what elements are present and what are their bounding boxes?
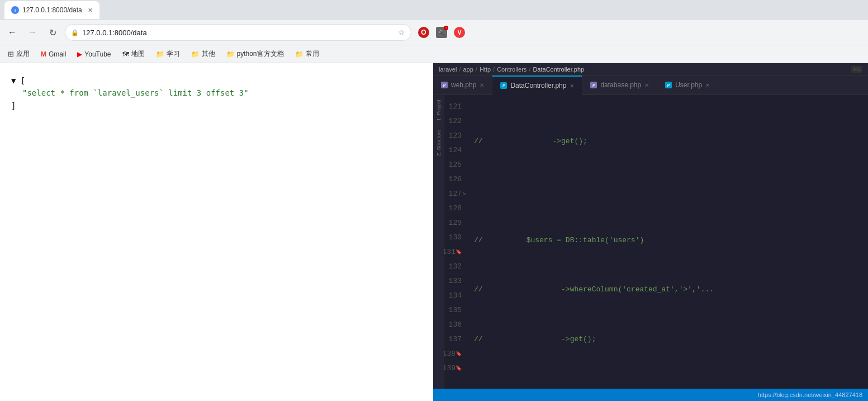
breadcrumb-sep-1: / [459,66,461,73]
address-text: 127.0.0.1:8000/data [82,29,395,37]
breadcrumb-controllers: Controllers [497,66,527,73]
opera-icon[interactable]: O [416,25,431,40]
tab-close-database[interactable]: ✕ [644,82,649,88]
python-label: python官方文档 [237,49,284,59]
gmail-icon: M [41,50,46,58]
php-icon-web: P [441,82,448,88]
study-label: 学习 [167,49,180,59]
bookmark-maps[interactable]: 🗺 地图 [119,48,148,60]
code-lines[interactable]: // ->get(); // $users = DB::table('users… [469,95,868,389]
code-text-124: // ->whereColumn('created_at','>','... [474,284,714,296]
code-area: 121 122 123 124 125 126 127 ▷ 128 129 13… [444,95,868,389]
json-line-2: "select * from `laravel_users` limit 3 o… [11,87,422,99]
line-num-139: 139 🔖 [444,361,465,376]
line-num-131: 131 🔖 [444,245,465,260]
json-line-3: ] [11,100,422,112]
php-icon-user: P [665,82,672,88]
tab-web-label: web.php [451,81,476,89]
tab-database-label: database.php [600,81,641,89]
opera-logo: O [418,27,429,38]
extension-warning-icon[interactable]: 🔌 ! [434,25,449,40]
line-num-121: 121 [444,100,465,114]
apps-icon: ⊞ [8,50,14,58]
bookmark-other[interactable]: 📁 其他 [188,48,219,60]
tab-user-label: User.php [675,81,702,89]
youtube-icon: ▶ [77,50,82,58]
php-icon-data: P [500,82,507,89]
ide-sidebar-left: 1: Project Z: Structure [433,95,444,389]
breadcrumb-laravel: laravel [439,66,457,73]
tab-data-label: DataController.php [510,82,566,89]
tab-database-php[interactable]: P database.php ✕ [582,76,657,95]
code-line-126 [474,381,868,389]
ide-panel: laravel / app / Http / Controllers / Dat… [433,63,868,401]
line-numbers: 121 122 123 124 125 126 127 ▷ 128 129 13… [444,95,469,389]
browser-tab[interactable]: i 127.0.0.1:8000/data ✕ [4,1,99,19]
browser-content: ▼ [ "select * from `laravel_users` limit… [0,63,433,401]
reload-button[interactable]: ↻ [45,25,60,40]
youtube-label: YouTube [84,50,111,58]
main-content: ▼ [ "select * from `laravel_users` limit… [0,63,868,401]
sidebar-structure-label[interactable]: Z: Structure [435,125,443,161]
vivaldi-icon[interactable]: V [452,25,467,40]
address-bar[interactable]: 🔒 127.0.0.1:8000/data ☆ [65,24,411,41]
code-text-121: // ->get(); [474,136,587,148]
line-num-136: 136 [444,318,465,332]
bookmark-star-icon[interactable]: ☆ [398,28,405,37]
line-num-123: 123 [444,129,465,143]
ide-tabs: P web.php ✕ P DataController.php ✕ P dat… [433,76,868,95]
line-num-135: 135 [444,303,465,318]
bookmark-python[interactable]: 📁 python官方文档 [223,48,287,60]
tab-bar: i 127.0.0.1:8000/data ✕ [0,0,868,20]
tab-label: 127.0.0.1:8000/data [22,6,82,14]
maps-label: 地图 [131,49,145,59]
tab-web-php[interactable]: P web.php ✕ [433,76,492,95]
code-text-125: // ->get(); [474,334,596,346]
ide-breadcrumb: laravel / app / Http / Controllers / Dat… [433,63,868,76]
bookmark-study[interactable]: 📁 学习 [153,48,183,60]
study-icon: 📁 [156,50,164,58]
status-url: https://blog.csdn.net/weixin_44827418 [758,391,862,398]
line-num-134: 134 [444,289,465,303]
code-text-123b: $users = DB::table('users') [527,235,644,247]
line-num-126: 126 [444,172,465,187]
line-num-129: 129 [444,216,465,230]
bookmark-youtube[interactable]: ▶ YouTube [74,49,114,59]
json-line-1: ▼ [ [11,74,422,87]
forward-button[interactable]: → [25,25,40,40]
bookmark-gmail[interactable]: M Gmail [37,49,69,59]
json-open-bracket: ▼ [ [11,76,25,85]
bookmark-common[interactable]: 📁 常用 [292,48,322,60]
tab-data-controller[interactable]: P DataController.php ✕ [492,76,582,95]
sidebar-project-label[interactable]: 1: Project [435,95,443,125]
line-num-138: 138 🔖 [444,347,465,361]
code-line-123: // $users = DB::table('users') [474,233,868,248]
breadcrumb-sep-2: / [476,66,477,73]
bookmark-icon-138: 🔖 [456,350,462,358]
line-num-125: 125 [444,158,465,172]
tab-close-web[interactable]: ✕ [480,82,484,88]
back-button[interactable]: ← [4,25,20,40]
breadcrumb-http: Http [480,66,491,73]
tab-close-data[interactable]: ✕ [570,83,574,89]
tab-close-user[interactable]: ✕ [705,82,710,88]
bookmark-apps[interactable]: ⊞ 应用 [4,48,33,60]
tab-close-icon[interactable]: ✕ [88,7,93,14]
breadcrumb-sep-4: / [529,66,530,73]
tab-favicon: i [11,6,19,14]
code-line-121: // ->get(); [474,134,868,149]
ide-status-bar: https://blog.csdn.net/weixin_44827418 [433,389,868,401]
common-label: 常用 [306,49,319,59]
breadcrumb-file: DataController.php [533,66,584,73]
other-label: 其他 [202,49,215,59]
line-num-133: 133 [444,274,465,289]
tab-user-php[interactable]: P User.php ✕ [657,76,718,95]
bookmark-icon-139: 🔖 [456,365,462,372]
fold-icon-127[interactable]: ▷ [463,190,466,198]
line-num-122: 122 [444,114,465,129]
maps-icon: 🗺 [122,50,129,58]
breadcrumb-sep-3: / [493,66,495,73]
address-bar-row: ← → ↻ 🔒 127.0.0.1:8000/data ☆ O 🔌 ! V [0,20,868,45]
line-num-132: 132 [444,260,465,274]
other-icon: 📁 [191,50,200,58]
